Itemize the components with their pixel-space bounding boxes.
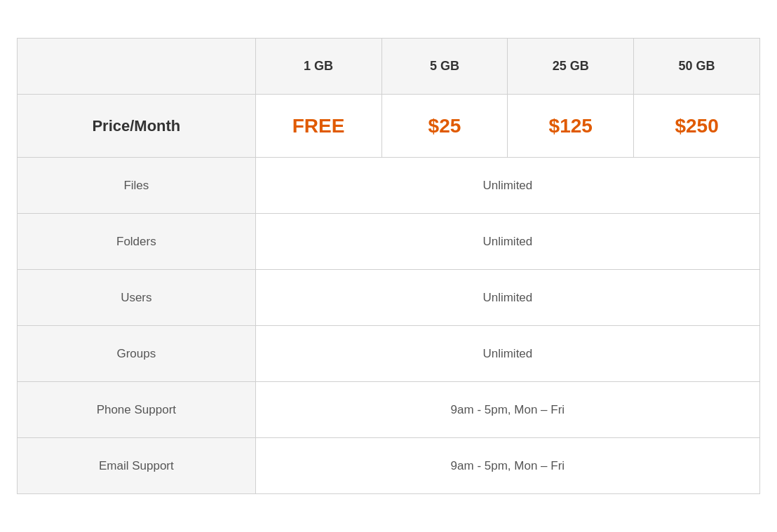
header-plan-50gb: 50 GB: [634, 39, 760, 95]
header-plan-1gb: 1 GB: [255, 39, 381, 95]
price-1gb: FREE: [255, 95, 381, 158]
feature-value-email-support: 9am - 5pm, Mon – Fri: [255, 438, 759, 494]
feature-row-phone-support: Phone Support 9am - 5pm, Mon – Fri: [18, 382, 760, 438]
header-plan-25gb: 25 GB: [508, 39, 634, 95]
price-50gb: $250: [634, 95, 760, 158]
feature-label-users: Users: [18, 270, 256, 326]
feature-value-users: Unlimited: [255, 270, 759, 326]
feature-row-users: Users Unlimited: [18, 270, 760, 326]
feature-label-email-support: Email Support: [18, 438, 256, 494]
header-plan-5gb: 5 GB: [381, 39, 508, 95]
price-25gb: $125: [508, 95, 634, 158]
feature-label-files: Files: [18, 158, 256, 214]
header-empty-cell: [18, 39, 256, 95]
feature-row-folders: Folders Unlimited: [18, 214, 760, 270]
feature-label-folders: Folders: [18, 214, 256, 270]
feature-value-groups: Unlimited: [255, 326, 759, 382]
feature-row-email-support: Email Support 9am - 5pm, Mon – Fri: [18, 438, 760, 494]
feature-value-folders: Unlimited: [255, 214, 759, 270]
feature-label-phone-support: Phone Support: [18, 382, 256, 438]
feature-row-groups: Groups Unlimited: [18, 326, 760, 382]
pricing-table: 1 GB 5 GB 25 GB 50 GB Price/Month FREE $…: [17, 38, 760, 494]
feature-row-files: Files Unlimited: [18, 158, 760, 214]
feature-value-phone-support: 9am - 5pm, Mon – Fri: [255, 382, 759, 438]
feature-label-groups: Groups: [18, 326, 256, 382]
feature-value-files: Unlimited: [255, 158, 759, 214]
price-5gb: $25: [381, 95, 508, 158]
price-label: Price/Month: [18, 95, 256, 158]
price-row: Price/Month FREE $25 $125 $250: [18, 95, 760, 158]
header-row: 1 GB 5 GB 25 GB 50 GB: [18, 39, 760, 95]
